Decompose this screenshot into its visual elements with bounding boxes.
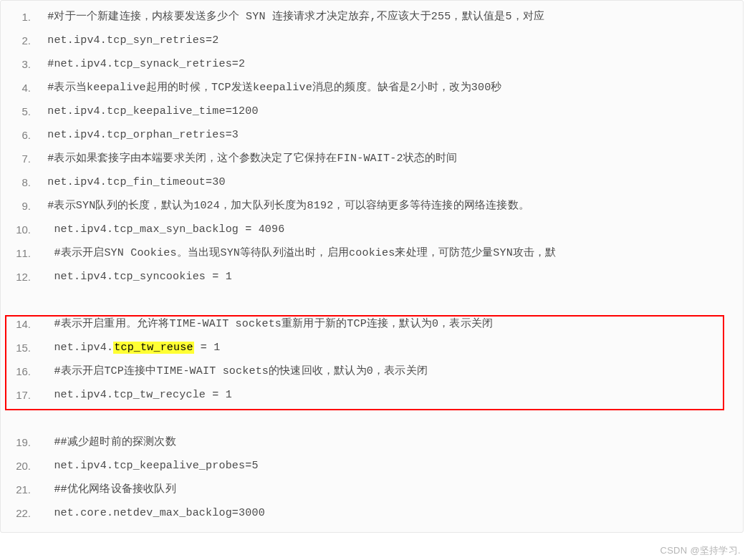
code-line: 11. #表示开启SYN Cookies。当出现SYN等待队列溢出时，启用coo… bbox=[1, 241, 743, 265]
line-content: #表示当keepalive起用的时候，TCP发送keepalive消息的频度。缺… bbox=[41, 76, 743, 100]
code-text: net.ipv4.tcp_max_syn_backlog = 4096 bbox=[54, 223, 284, 236]
line-number: 14. bbox=[1, 312, 41, 336]
code-line: 6. net.ipv4.tcp_orphan_retries=3 bbox=[1, 123, 743, 147]
line-number: 8. bbox=[1, 170, 41, 194]
code-line: 1. #对于一个新建连接，内核要发送多少个 SYN 连接请求才决定放弃,不应该大… bbox=[1, 5, 743, 29]
line-number: 11. bbox=[1, 241, 41, 265]
code-line: 19. ##减少超时前的探测次数 bbox=[1, 430, 743, 454]
line-number: 16. bbox=[1, 359, 41, 383]
code-line: 15. net.ipv4.tcp_tw_reuse = 1 bbox=[1, 336, 743, 359]
line-content: #对于一个新建连接，内核要发送多少个 SYN 连接请求才决定放弃,不应该大于25… bbox=[41, 5, 743, 29]
code-line bbox=[1, 407, 743, 430]
line-number: 12. bbox=[1, 265, 41, 289]
line-number: 6. bbox=[1, 123, 41, 147]
line-number: 3. bbox=[1, 52, 41, 76]
line-number: 20. bbox=[1, 454, 41, 478]
code-line: 8. net.ipv4.tcp_fin_timeout=30 bbox=[1, 170, 743, 194]
code-line: 21. ##优化网络设备接收队列 bbox=[1, 478, 743, 501]
line-number: 21. bbox=[1, 478, 41, 501]
code-block: 1. #对于一个新建连接，内核要发送多少个 SYN 连接请求才决定放弃,不应该大… bbox=[0, 0, 744, 533]
code-line: 5. net.ipv4.tcp_keepalive_time=1200 bbox=[1, 100, 743, 123]
code-text: net.ipv4.tcp_keepalive_probes=5 bbox=[54, 460, 258, 472]
line-number: 10. bbox=[1, 218, 41, 241]
line-number: 4. bbox=[1, 76, 41, 100]
line-content bbox=[41, 407, 743, 430]
code-text: #表示开启重用。允许将TIME-WAIT sockets重新用于新的TCP连接，… bbox=[54, 318, 493, 330]
code-lines: 1. #对于一个新建连接，内核要发送多少个 SYN 连接请求才决定放弃,不应该大… bbox=[1, 1, 743, 532]
line-content: net.ipv4.tcp_tw_recycle = 1 bbox=[41, 383, 743, 407]
code-line: 4. #表示当keepalive起用的时候，TCP发送keepalive消息的频… bbox=[1, 76, 743, 100]
code-line bbox=[1, 289, 743, 312]
code-line: 17. net.ipv4.tcp_tw_recycle = 1 bbox=[1, 383, 743, 407]
code-line: 16. #表示开启TCP连接中TIME-WAIT sockets的快速回收，默认… bbox=[1, 359, 743, 383]
code-text: net.ipv4.tcp_tw_recycle = 1 bbox=[54, 389, 231, 401]
code-text: #对于一个新建连接，内核要发送多少个 SYN 连接请求才决定放弃,不应该大于25… bbox=[47, 11, 544, 23]
line-content: #表示开启TCP连接中TIME-WAIT sockets的快速回收，默认为0，表… bbox=[41, 359, 743, 383]
line-content: #表示如果套接字由本端要求关闭，这个参数决定了它保持在FIN-WAIT-2状态的… bbox=[41, 147, 743, 170]
code-line: 10. net.ipv4.tcp_max_syn_backlog = 4096 bbox=[1, 218, 743, 241]
line-number: 9. bbox=[1, 194, 41, 218]
line-content: #表示开启SYN Cookies。当出现SYN等待队列溢出时，启用cookies… bbox=[41, 241, 743, 265]
code-line: 20. net.ipv4.tcp_keepalive_probes=5 bbox=[1, 454, 743, 478]
code-text: #表示当keepalive起用的时候，TCP发送keepalive消息的频度。缺… bbox=[47, 82, 501, 94]
code-text: net.ipv4.tcp_orphan_retries=3 bbox=[47, 129, 239, 141]
code-text: #表示SYN队列的长度，默认为1024，加大队列长度为8192，可以容纳更多等待… bbox=[47, 200, 529, 212]
line-number: 19. bbox=[1, 430, 41, 454]
code-text: ##优化网络设备接收队列 bbox=[54, 483, 176, 496]
code-line: 7. #表示如果套接字由本端要求关闭，这个参数决定了它保持在FIN-WAIT-2… bbox=[1, 147, 743, 170]
line-content: net.core.netdev_max_backlog=3000 bbox=[41, 501, 743, 525]
line-content: net.ipv4.tcp_syn_retries=2 bbox=[41, 29, 743, 52]
line-content: ##减少超时前的探测次数 bbox=[41, 430, 743, 454]
line-number bbox=[1, 289, 41, 312]
line-content bbox=[41, 289, 743, 312]
line-content: net.ipv4.tcp_keepalive_time=1200 bbox=[41, 100, 743, 123]
line-content: net.ipv4.tcp_tw_reuse = 1 bbox=[41, 336, 743, 359]
code-text: net.ipv4. bbox=[54, 342, 113, 354]
line-number: 17. bbox=[1, 383, 41, 407]
code-text: = 1 bbox=[194, 342, 221, 354]
line-number: 2. bbox=[1, 29, 41, 52]
code-text: net.ipv4.tcp_syncookies = 1 bbox=[54, 271, 231, 283]
code-text: net.ipv4.tcp_fin_timeout=30 bbox=[47, 176, 225, 188]
code-text: net.ipv4.tcp_keepalive_time=1200 bbox=[47, 105, 258, 117]
line-content: net.ipv4.tcp_keepalive_probes=5 bbox=[41, 454, 743, 478]
code-line: 12. net.ipv4.tcp_syncookies = 1 bbox=[1, 265, 743, 289]
line-content: #表示开启重用。允许将TIME-WAIT sockets重新用于新的TCP连接，… bbox=[41, 312, 743, 336]
line-content: net.ipv4.tcp_max_syn_backlog = 4096 bbox=[41, 218, 743, 241]
highlighted-text: tcp_tw_reuse bbox=[113, 342, 193, 354]
line-number: 5. bbox=[1, 100, 41, 123]
code-text: #表示开启TCP连接中TIME-WAIT sockets的快速回收，默认为0，表… bbox=[54, 365, 428, 377]
line-content: net.ipv4.tcp_fin_timeout=30 bbox=[41, 170, 743, 194]
line-content: #表示SYN队列的长度，默认为1024，加大队列长度为8192，可以容纳更多等待… bbox=[41, 194, 743, 218]
line-number: 15. bbox=[1, 336, 41, 359]
line-number: 7. bbox=[1, 147, 41, 170]
line-number bbox=[1, 407, 41, 430]
code-line: 14. #表示开启重用。允许将TIME-WAIT sockets重新用于新的TC… bbox=[1, 312, 743, 336]
line-content: net.ipv4.tcp_orphan_retries=3 bbox=[41, 123, 743, 147]
watermark: CSDN @坚持学习. bbox=[660, 544, 741, 557]
code-line: 9. #表示SYN队列的长度，默认为1024，加大队列长度为8192，可以容纳更… bbox=[1, 194, 743, 218]
line-content: #net.ipv4.tcp_synack_retries=2 bbox=[41, 52, 743, 76]
code-text: ##减少超时前的探测次数 bbox=[54, 436, 176, 448]
code-line: 2. net.ipv4.tcp_syn_retries=2 bbox=[1, 29, 743, 52]
code-line: 3. #net.ipv4.tcp_synack_retries=2 bbox=[1, 52, 743, 76]
line-number: 1. bbox=[1, 5, 41, 29]
line-number: 22. bbox=[1, 501, 41, 525]
code-text: #表示如果套接字由本端要求关闭，这个参数决定了它保持在FIN-WAIT-2状态的… bbox=[47, 153, 457, 165]
code-line: 22. net.core.netdev_max_backlog=3000 bbox=[1, 501, 743, 525]
line-content: ##优化网络设备接收队列 bbox=[41, 478, 743, 501]
code-text: #net.ipv4.tcp_synack_retries=2 bbox=[47, 58, 245, 70]
line-content: net.ipv4.tcp_syncookies = 1 bbox=[41, 265, 743, 289]
code-text: net.ipv4.tcp_syn_retries=2 bbox=[47, 34, 218, 47]
code-text: #表示开启SYN Cookies。当出现SYN等待队列溢出时，启用cookies… bbox=[54, 247, 556, 259]
code-text: net.core.netdev_max_backlog=3000 bbox=[54, 507, 264, 519]
